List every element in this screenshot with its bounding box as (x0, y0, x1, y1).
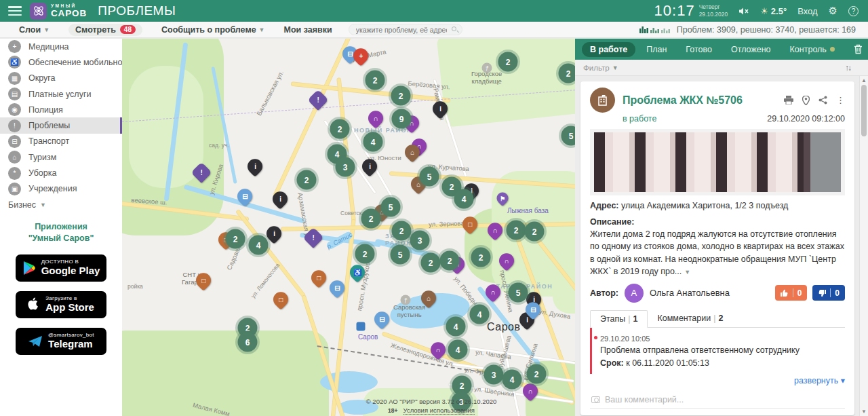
scrollbar-thumb[interactable] (861, 85, 867, 136)
scroll-up-icon[interactable]: ▲ (861, 76, 867, 85)
map-cluster-marker[interactable]: 2 (392, 221, 412, 241)
map-cluster-marker[interactable]: 5 (381, 197, 401, 217)
map-cluster-marker[interactable]: 3 (410, 231, 430, 250)
panel-tab-контроль[interactable]: Контроль (782, 42, 843, 57)
map-cluster-marker[interactable]: 2 (226, 229, 245, 249)
report-problem-dropdown[interactable]: Сообщить о проблеме▼ (161, 25, 265, 35)
dislike-button[interactable]: 0 (812, 285, 845, 301)
sidebar-item-problemy[interactable]: !Проблемы (0, 117, 122, 133)
map-cluster-marker[interactable]: 4 (446, 317, 466, 337)
map-cluster-marker[interactable]: 4 (454, 189, 474, 209)
panel-tab-в-работе[interactable]: В работе (582, 42, 635, 57)
map-canvas[interactable]: Балыковская ул.ул. 8 МартаБерёзовая ул.Г… (122, 39, 575, 416)
map-cluster-marker[interactable]: 9 (392, 109, 412, 129)
map-cluster-marker[interactable]: 2 (297, 170, 317, 190)
share-icon[interactable] (818, 96, 827, 105)
sidebar-item-platnye[interactable]: ▤Платные услуги (0, 86, 122, 102)
problem-card[interactable]: Проблема ЖКХ №5706 ⋮ в работе 29.10.2020… (580, 81, 854, 415)
map-cluster-marker[interactable]: 5 (420, 167, 439, 187)
map-cluster-marker[interactable]: 4 (470, 305, 490, 324)
app-logo[interactable]: УМНЫЙ САРОВ (30, 3, 87, 20)
sidebar-item-okruga[interactable]: ▦Округа (0, 71, 122, 86)
app-store-badge[interactable]: Загрузите вApp Store (16, 291, 106, 318)
sidebar-item-uborka[interactable]: *Уборка (0, 165, 122, 181)
map-cluster-marker[interactable]: 2 (391, 86, 411, 106)
filter-dropdown[interactable]: Фильтр▼ (583, 64, 618, 72)
sidebar-item-transport[interactable]: ⊟Транспорт (0, 134, 122, 149)
tab-comments[interactable]: Комментарии|2 (648, 310, 732, 327)
trash-pin-icon[interactable]: □ (270, 289, 291, 310)
settings-icon[interactable]: ⚙ (829, 5, 837, 17)
sidebar-item-medicina[interactable]: +Медицина (0, 39, 122, 54)
help-icon[interactable]: ? (848, 6, 859, 16)
problem-title[interactable]: Проблема ЖКХ №5706 (623, 94, 776, 107)
sidebar-item-uchrezhdeniya[interactable]: ▣Учреждения (0, 181, 122, 197)
map-cluster-marker[interactable]: 2 (507, 221, 526, 240)
roadworks-pin-icon[interactable]: ∩ (365, 108, 386, 129)
streetlight-pin-icon[interactable]: i (269, 189, 290, 210)
expand-description-icon[interactable]: ▼ (684, 269, 690, 276)
search-input[interactable] (349, 24, 462, 35)
church-icon[interactable]: † (401, 295, 411, 305)
expand-link[interactable]: развернуть ▾ (590, 375, 845, 385)
map-cluster-marker[interactable]: 2 (559, 64, 576, 83)
telegram-badge[interactable]: @smartsarov_botTelegram (16, 328, 106, 355)
map-cluster-marker[interactable]: 5 (561, 126, 576, 146)
comment-input[interactable]: Ваш комментарий... (590, 392, 845, 409)
map-cluster-marker[interactable]: 5 (391, 245, 410, 265)
map-cluster-marker[interactable]: 2 (527, 364, 547, 384)
problem-photo[interactable] (590, 129, 845, 195)
weather-widget[interactable]: ☀ 2.5° (760, 6, 787, 16)
map-cluster-marker[interactable]: 4 (249, 235, 269, 255)
map-cluster-marker[interactable]: 2 (471, 248, 491, 267)
streetlight-pin-icon[interactable]: i (244, 156, 265, 177)
map-cluster-marker[interactable]: 2 (421, 253, 441, 273)
cemetery-icon[interactable]: † (482, 63, 492, 73)
search-icon (452, 26, 456, 31)
panel-tab-готово[interactable]: Готово (677, 42, 720, 57)
mute-icon[interactable] (738, 7, 749, 16)
map-cluster-marker[interactable]: 5 (509, 283, 528, 303)
map-cluster-marker[interactable]: 4 (363, 132, 383, 152)
sort-icon[interactable]: ↑↓ (845, 63, 860, 73)
panel-tab-отложено[interactable]: Отложено (723, 42, 779, 57)
trash-icon[interactable] (848, 44, 868, 54)
map-cluster-marker[interactable]: 2 (366, 71, 385, 90)
login-button[interactable]: Вход (797, 6, 817, 16)
scroll-down-icon[interactable]: ▼ (861, 407, 867, 416)
terms-link[interactable]: Условия использования (403, 406, 474, 415)
sidebar-item-policiya[interactable]: ◉Полиция (0, 102, 122, 117)
tab-stages[interactable]: Этапы|1 (590, 310, 648, 328)
trash-pin-icon[interactable]: □ (308, 267, 329, 288)
bus-pin-icon[interactable]: ⊟ (371, 309, 392, 330)
map-cluster-marker[interactable]: 4 (502, 370, 522, 390)
map-cluster-marker[interactable]: 2 (361, 209, 381, 229)
search-box[interactable] (349, 24, 462, 35)
like-button[interactable]: 0 (775, 285, 808, 301)
panel-scrollbar[interactable]: ▲ ▼ (859, 76, 868, 416)
location-icon[interactable] (802, 96, 810, 105)
map-cluster-marker[interactable]: 2 (525, 222, 545, 242)
map-cluster-marker[interactable]: 2 (498, 52, 518, 72)
train-station-icon[interactable] (357, 322, 366, 331)
menu-icon[interactable] (8, 6, 22, 16)
panel-tab-план[interactable]: План (638, 42, 675, 57)
sidebar-item-turizm[interactable]: ⌂Туризм (0, 149, 122, 165)
layers-dropdown[interactable]: Слои▼ (19, 25, 50, 35)
stage-date: 29.10.20 10:05 (600, 333, 838, 345)
map-cluster-marker[interactable]: 3 (484, 365, 504, 385)
map-cluster-marker[interactable]: 2 (355, 244, 375, 264)
my-requests-button[interactable]: Мои заявки (284, 25, 332, 35)
map-cluster-marker[interactable]: 6 (238, 333, 258, 352)
map-cluster-marker[interactable]: 2 (440, 251, 460, 271)
sidebar-item-business[interactable]: Бизнес▼ (0, 197, 122, 213)
sidebar-item-mobilnost[interactable]: ♿Обеспечение мобильности (0, 54, 122, 70)
map-cluster-marker[interactable]: 4 (448, 340, 468, 360)
watch-button[interactable]: Смотреть 48 (68, 24, 142, 36)
kebab-menu-icon[interactable]: ⋮ (836, 96, 845, 105)
print-icon[interactable] (784, 96, 793, 105)
panel-scroll-area[interactable]: Проблема ЖКХ №5706 ⋮ в работе 29.10.2020… (575, 76, 868, 416)
map-cluster-marker[interactable]: 2 (330, 119, 350, 139)
google-play-badge[interactable]: ДОСТУПНО ВGoogle Play (16, 254, 106, 282)
map-cluster-marker[interactable]: 3 (336, 157, 355, 177)
